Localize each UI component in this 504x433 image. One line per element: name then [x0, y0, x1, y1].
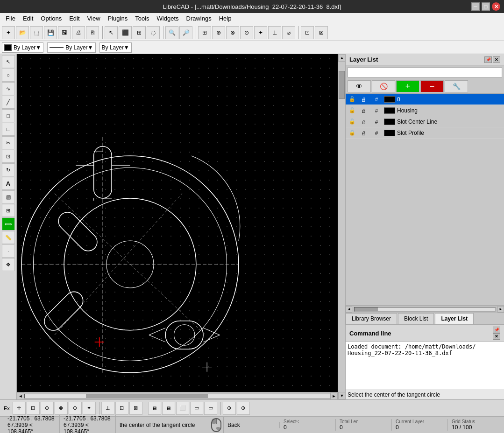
- snap-nearest-button[interactable]: ✦: [254, 26, 267, 39]
- snap-mid-button[interactable]: ⊗: [226, 26, 239, 39]
- rotate-tool-button[interactable]: ↻: [2, 163, 15, 176]
- monitor5-button[interactable]: ▭: [204, 402, 217, 415]
- layer-color-slot-center[interactable]: [384, 119, 395, 125]
- layer-lock-slot-center[interactable]: 🔓: [347, 119, 358, 125]
- close-button[interactable]: ✕: [492, 2, 500, 11]
- layer-grid-0[interactable]: #: [369, 97, 384, 102]
- rect-select-button[interactable]: ⬛: [119, 26, 132, 39]
- layer-color-housing[interactable]: [384, 107, 395, 114]
- menu-help[interactable]: Help: [215, 14, 235, 23]
- hide-all-layers-button[interactable]: 🚫: [372, 80, 395, 92]
- command-close-button[interactable]: ✕: [493, 333, 500, 340]
- zoom-extents-button[interactable]: ⊠: [315, 26, 328, 39]
- layer-print-housing[interactable]: 🖨: [358, 108, 369, 113]
- monitor2-button[interactable]: 🖥: [162, 402, 175, 415]
- polyline-tool-button[interactable]: ∟: [2, 123, 15, 136]
- new-button[interactable]: ✦: [2, 26, 15, 39]
- layer-scroll-right[interactable]: ►: [497, 306, 504, 313]
- linewidth-dropdown-icon[interactable]: ▼: [124, 44, 129, 51]
- trim-tool-button[interactable]: ✂: [2, 136, 15, 149]
- save-as-button[interactable]: 🖫: [58, 26, 71, 39]
- polar-button[interactable]: ⊙: [69, 402, 82, 415]
- grid-button[interactable]: ⊞: [27, 402, 40, 415]
- snap-center-button[interactable]: ⊙: [240, 26, 253, 39]
- menu-file[interactable]: File: [2, 14, 19, 23]
- zoom-pan-button[interactable]: ✥: [2, 258, 15, 271]
- add-layer-button[interactable]: +: [396, 80, 419, 92]
- layer-name-slot-profile[interactable]: Slot Profile: [395, 130, 503, 136]
- open-recent-button[interactable]: ⬚: [30, 26, 43, 39]
- restrict-button[interactable]: ✦: [83, 402, 96, 415]
- scroll-thumb-v[interactable]: [339, 71, 345, 99]
- monitor3-button[interactable]: ⬜: [176, 402, 189, 415]
- menu-drawings[interactable]: Drawings: [183, 14, 215, 23]
- layer-name-housing[interactable]: Housing: [395, 107, 503, 114]
- asnap-button[interactable]: ⊡: [115, 402, 128, 415]
- menu-edit[interactable]: Edit: [19, 14, 37, 23]
- snap-tangent-button[interactable]: ⌀: [282, 26, 295, 39]
- layer-color-slot-profile[interactable]: [384, 130, 395, 136]
- zoom-fit-button[interactable]: ⊡: [301, 26, 314, 39]
- scroll-down-button[interactable]: ▼: [338, 392, 345, 399]
- ortho-button[interactable]: ⊗: [55, 402, 68, 415]
- extra2-button[interactable]: ⊕: [237, 402, 250, 415]
- zoom-in-button[interactable]: 🔍: [165, 26, 178, 39]
- menu-widgets[interactable]: Widgets: [153, 14, 183, 23]
- layer-grid-slot-profile[interactable]: #: [369, 130, 384, 136]
- measure-tool-button[interactable]: 📏: [2, 231, 15, 244]
- layer-scroll-track[interactable]: [354, 307, 496, 312]
- layer-lock-housing[interactable]: 🔓: [347, 107, 358, 113]
- rectangle-tool-button[interactable]: □: [2, 109, 15, 122]
- command-pin-button[interactable]: 📌: [493, 327, 500, 333]
- layer-properties-button[interactable]: 🔧: [445, 80, 468, 92]
- selection-tool-button[interactable]: ↖: [2, 55, 15, 68]
- snap-end-button[interactable]: ⊕: [212, 26, 225, 39]
- point-tool-button[interactable]: ·: [2, 244, 15, 258]
- layer-grid-housing[interactable]: #: [369, 108, 384, 113]
- canvas-vertical-scrollbar[interactable]: ▲ ▼: [338, 54, 345, 399]
- cross-select-button[interactable]: ⊞: [133, 26, 146, 39]
- text-tool-button[interactable]: A: [2, 177, 15, 190]
- cad-drawing-svg[interactable]: [17, 54, 338, 392]
- layer-name-0[interactable]: 0: [395, 96, 503, 103]
- scroll-right-button[interactable]: ►: [330, 392, 338, 400]
- maximize-button[interactable]: □: [482, 2, 490, 11]
- layer-print-slot-profile[interactable]: 🖨: [358, 130, 369, 136]
- snap-grid-button[interactable]: ⊞: [198, 26, 211, 39]
- layer-print-slot-center[interactable]: 🖨: [358, 119, 369, 125]
- lweight-button[interactable]: ⊠: [129, 402, 142, 415]
- show-all-layers-button[interactable]: 👁: [348, 80, 371, 92]
- select-button[interactable]: ↖: [105, 26, 118, 39]
- menu-edit2[interactable]: Edit: [65, 14, 83, 23]
- layer-list-pin-button[interactable]: 📌: [484, 56, 492, 63]
- monitor4-button[interactable]: ▭: [190, 402, 203, 415]
- layer-name-slot-center[interactable]: Slot Center Line: [395, 119, 503, 125]
- tab-layer-list[interactable]: Layer List: [435, 313, 474, 324]
- dimension-tool-button[interactable]: ⟺: [2, 217, 15, 230]
- layer-list-close-button[interactable]: ✕: [493, 56, 500, 63]
- layer-row-slot-center[interactable]: 🔓 🖨 # Slot Center Line: [346, 116, 504, 127]
- color-selector[interactable]: By Layer ▼: [2, 42, 43, 53]
- circle-tool-button[interactable]: ○: [2, 69, 15, 82]
- offset-tool-button[interactable]: ⊡: [2, 150, 15, 163]
- cad-canvas[interactable]: ▲ ▼ ◄ ►: [17, 54, 345, 399]
- menu-tools[interactable]: Tools: [131, 14, 153, 23]
- layer-row-housing[interactable]: 🔓 🖨 # Housing: [346, 105, 504, 116]
- layer-search-input[interactable]: [348, 67, 502, 77]
- snap-button[interactable]: ⊕: [41, 402, 54, 415]
- lasso-button[interactable]: ◌: [147, 26, 160, 39]
- otrack-button[interactable]: ⊥: [101, 402, 114, 415]
- layer-row-slot-profile[interactable]: 🔓 🖨 # Slot Profile: [346, 127, 504, 139]
- scroll-left-button[interactable]: ◄: [17, 392, 24, 400]
- tab-library-browser[interactable]: Library Browser: [346, 313, 397, 324]
- snap-perp-button[interactable]: ⊥: [268, 26, 281, 39]
- print-button[interactable]: 🖨: [72, 26, 85, 39]
- insert-tool-button[interactable]: ⊞: [2, 204, 15, 217]
- curve-tool-button[interactable]: ∿: [2, 82, 15, 95]
- minimize-button[interactable]: ─: [471, 2, 480, 11]
- layer-lock-0[interactable]: 🔓: [347, 96, 358, 102]
- layer-table-scrollbar[interactable]: ◄ ►: [346, 305, 504, 313]
- line-tool-button[interactable]: ╱: [2, 96, 15, 109]
- layer-scroll-left[interactable]: ◄: [346, 306, 352, 313]
- layer-scroll-thumb[interactable]: [355, 307, 378, 311]
